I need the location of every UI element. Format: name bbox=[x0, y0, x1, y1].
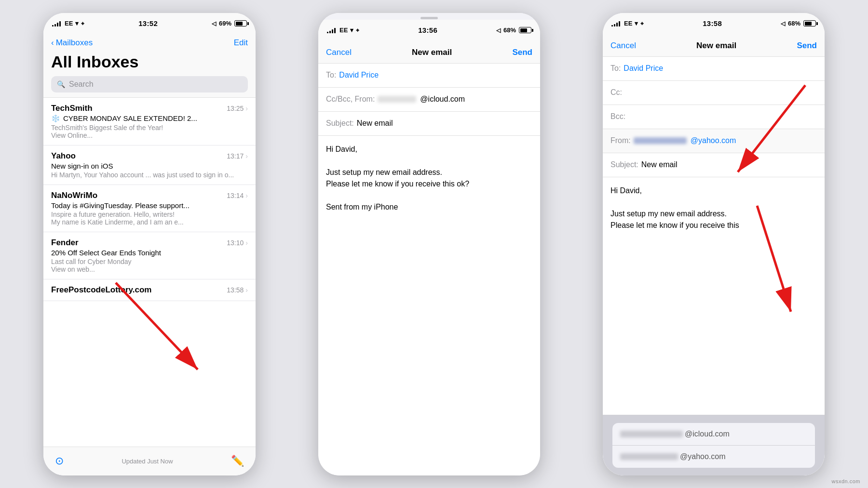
time-2: 13:56 bbox=[418, 26, 437, 34]
mail-item-nanowrimo[interactable]: NaNoWriMo 13:14 › Today is #GivingTuesda… bbox=[43, 185, 256, 232]
status-left-2: EE ▾ ⌖ bbox=[327, 26, 359, 34]
carrier-3: EE bbox=[624, 20, 632, 27]
from-value-3: @yahoo.com bbox=[691, 136, 736, 145]
mail-preview: Last call for Cyber MondayView on web... bbox=[51, 258, 248, 273]
search-placeholder: Search bbox=[69, 80, 94, 89]
mail-item-header: FreePostcodeLottery.com 13:58 › bbox=[51, 285, 248, 295]
phones-container: EE ▾ ⌖ 13:52 ◁ 69% ‹ Mai bbox=[0, 0, 868, 488]
battery-percent-1: 69% bbox=[219, 20, 231, 27]
snowflake-icon: ❄️ bbox=[51, 114, 60, 123]
carrier-2: EE bbox=[339, 26, 348, 34]
chevron-icon: › bbox=[245, 105, 248, 112]
location-icon-3: ⌖ bbox=[640, 20, 644, 27]
chevron-left-icon: ‹ bbox=[51, 38, 54, 48]
to-value-2: David Price bbox=[339, 71, 379, 79]
blurred-yahoo-account bbox=[620, 453, 678, 460]
mail-subject: Today is #GivingTuesday. Please support.… bbox=[51, 201, 248, 210]
signal-bars-1 bbox=[52, 21, 61, 26]
cc-label-3: Cc: bbox=[610, 88, 622, 97]
battery-fill-2 bbox=[520, 28, 527, 32]
mail-time: 13:10 › bbox=[227, 239, 248, 247]
from-domain-2: @icloud.com bbox=[420, 95, 465, 104]
to-field-3[interactable]: To: David Price bbox=[603, 57, 825, 81]
body-text-3: Hi David, Just setup my new email addres… bbox=[610, 185, 817, 231]
status-right-2: ◁ 68% bbox=[496, 26, 531, 34]
status-left-1: EE ▾ ⌖ bbox=[52, 20, 84, 27]
bcc-label-3: Bcc: bbox=[610, 112, 625, 121]
edit-button[interactable]: Edit bbox=[234, 38, 248, 48]
search-icon: 🔍 bbox=[57, 80, 65, 88]
location-icon-2: ⌖ bbox=[356, 27, 359, 34]
mail-time: 13:14 › bbox=[227, 192, 248, 199]
mail-sender: FreePostcodeLottery.com bbox=[51, 285, 151, 295]
inbox-nav-top: ‹ Mailboxes Edit bbox=[51, 38, 248, 48]
status-bar-1: EE ▾ ⌖ 13:52 ◁ 69% bbox=[43, 13, 256, 34]
time-1: 13:52 bbox=[138, 19, 158, 27]
from-field-2[interactable]: Cc/Bcc, From: @icloud.com bbox=[318, 88, 540, 112]
account-option-yahoo[interactable]: @yahoo.com bbox=[612, 446, 815, 468]
from-label-3: From: bbox=[610, 136, 631, 145]
cancel-button-3[interactable]: Cancel bbox=[610, 41, 636, 51]
mail-sender: NaNoWriMo bbox=[51, 191, 97, 200]
chevron-icon: › bbox=[245, 192, 248, 199]
status-bar-2: EE ▾ ⌖ 13:56 ◁ 68% bbox=[318, 20, 540, 41]
battery-percent-3: 68% bbox=[788, 20, 800, 27]
status-right-1: ◁ 69% bbox=[212, 20, 247, 27]
mailboxes-label: Mailboxes bbox=[56, 38, 93, 48]
account-list: @icloud.com @yahoo.com bbox=[612, 423, 815, 468]
battery-fill-3 bbox=[805, 22, 812, 26]
from-label-2: Cc/Bcc, From: bbox=[326, 95, 375, 104]
cc-field-3[interactable]: Cc: bbox=[603, 81, 825, 105]
to-value-3: David Price bbox=[624, 64, 663, 73]
bcc-field-3[interactable]: Bcc: bbox=[603, 105, 825, 129]
mail-subject: 20% Off Select Gear Ends Tonight bbox=[51, 249, 248, 257]
time-label: 13:58 bbox=[227, 286, 244, 294]
mailboxes-back-button[interactable]: ‹ Mailboxes bbox=[51, 38, 93, 48]
time-3: 13:58 bbox=[703, 19, 722, 27]
gps-icon-1: ◁ bbox=[212, 20, 216, 27]
subject-value-2: New email bbox=[357, 119, 393, 128]
mail-item-techsmith[interactable]: TechSmith 13:25 › ❄️ CYBER MONDAY SALE E… bbox=[43, 98, 256, 145]
subject-text: CYBER MONDAY SALE EXTENDED! 2... bbox=[63, 114, 197, 122]
signal-bars-3 bbox=[611, 21, 620, 26]
mail-item-freepostcode[interactable]: FreePostcodeLottery.com 13:58 › bbox=[43, 279, 256, 301]
time-label: 13:14 bbox=[227, 192, 244, 199]
mail-item-yahoo[interactable]: Yahoo 13:17 › New sign-in on iOS Hi Mart… bbox=[43, 145, 256, 185]
subject-field-3[interactable]: Subject: New email bbox=[603, 153, 825, 177]
compose-title-2: New email bbox=[412, 48, 452, 57]
phone-inbox: EE ▾ ⌖ 13:52 ◁ 69% ‹ Mai bbox=[43, 13, 256, 475]
filter-icon[interactable]: ⊙ bbox=[55, 455, 64, 467]
phone-compose2: EE ▾ ⌖ 13:58 ◁ 68% Cancel New email Send bbox=[603, 13, 825, 475]
icloud-domain: @icloud.com bbox=[685, 430, 730, 438]
mail-toolbar: ⊙ Updated Just Now ✏️ bbox=[43, 447, 256, 475]
battery-1 bbox=[234, 20, 247, 26]
cancel-button-2[interactable]: Cancel bbox=[326, 48, 352, 57]
drag-handle-area bbox=[318, 13, 540, 20]
mail-subject: ❄️ CYBER MONDAY SALE EXTENDED! 2... bbox=[51, 114, 248, 123]
battery-3 bbox=[803, 20, 816, 26]
send-button-3[interactable]: Send bbox=[797, 41, 817, 51]
status-bar-3: EE ▾ ⌖ 13:58 ◁ 68% bbox=[603, 13, 825, 34]
watermark: wsxdn.com bbox=[831, 478, 860, 484]
from-field-3[interactable]: From: @yahoo.com bbox=[603, 129, 825, 153]
chevron-icon: › bbox=[245, 152, 248, 160]
status-left-3: EE ▾ ⌖ bbox=[611, 20, 644, 27]
search-bar[interactable]: 🔍 Search bbox=[51, 76, 248, 92]
updated-status: Updated Just Now bbox=[122, 458, 173, 465]
account-picker[interactable]: @icloud.com @yahoo.com bbox=[603, 415, 825, 475]
carrier-1: EE bbox=[65, 20, 73, 27]
wifi-icon-1: ▾ bbox=[75, 20, 79, 27]
subject-value-3: New email bbox=[641, 160, 678, 169]
compose-body-2[interactable]: Hi David, Just setup my new email addres… bbox=[318, 136, 540, 475]
mail-item-fender[interactable]: Fender 13:10 › 20% Off Select Gear Ends … bbox=[43, 232, 256, 279]
account-option-icloud[interactable]: @icloud.com bbox=[612, 423, 815, 446]
send-button-2[interactable]: Send bbox=[512, 48, 532, 57]
blurred-email-2 bbox=[378, 96, 416, 103]
subject-field-2[interactable]: Subject: New email bbox=[318, 112, 540, 136]
yahoo-domain: @yahoo.com bbox=[680, 452, 726, 461]
mail-time: 13:58 › bbox=[227, 286, 248, 294]
compose-icon[interactable]: ✏️ bbox=[231, 455, 244, 467]
mail-preview: Hi Martyn, Your Yahoo account ... was ju… bbox=[51, 171, 248, 179]
to-field-2[interactable]: To: David Price bbox=[318, 64, 540, 88]
subject-label-2: Subject: bbox=[326, 119, 354, 128]
